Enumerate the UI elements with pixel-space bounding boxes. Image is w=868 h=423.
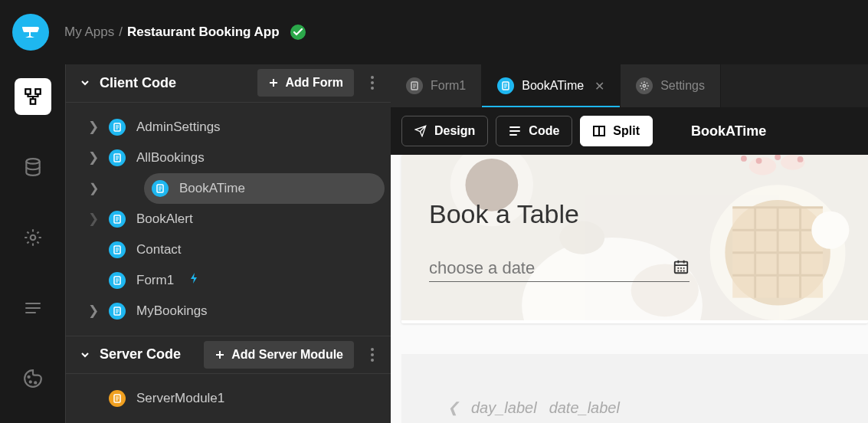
add-form-button[interactable]: Add Form: [257, 69, 354, 97]
view-toolbar: Design Code Split BookATime: [391, 107, 868, 155]
svg-point-10: [371, 87, 374, 90]
form-icon: [109, 119, 126, 136]
server-more-button[interactable]: [363, 348, 382, 362]
tab-bookatime[interactable]: BookATime ✕: [482, 64, 621, 107]
book-table-card[interactable]: Book a Table choose a date: [401, 155, 868, 323]
svg-point-20: [371, 359, 374, 362]
client-more-button[interactable]: [363, 76, 382, 90]
form-icon: [109, 149, 126, 166]
breadcrumb-prev[interactable]: My Apps: [64, 25, 114, 40]
tree-item-adminsettings[interactable]: ❯ AdminSettings: [66, 112, 391, 143]
chevron-left-icon[interactable]: ❮: [447, 399, 459, 416]
breadcrumb-separator: /: [119, 25, 123, 40]
svg-point-4: [30, 235, 35, 241]
add-server-label: Add Server Module: [231, 348, 343, 362]
day-label-placeholder[interactable]: day_label: [471, 399, 537, 417]
paper-plane-icon: [414, 125, 427, 137]
design-label: Design: [434, 124, 475, 138]
split-label: Split: [613, 124, 640, 138]
tree-item-form1[interactable]: Form1: [66, 265, 391, 296]
plus-icon: [215, 349, 225, 360]
chevron-down-icon[interactable]: [80, 77, 90, 88]
svg-point-8: [371, 76, 374, 79]
lines-icon: [23, 300, 43, 316]
add-form-label: Add Form: [285, 76, 343, 90]
chevron-right-icon: ❯: [89, 149, 98, 166]
tree-item-servermodule1[interactable]: ServerModule1: [66, 383, 391, 414]
svg-point-6: [29, 381, 31, 382]
form-icon: [109, 272, 126, 289]
breadcrumb: My Apps / Restaurant Booking App: [64, 25, 306, 40]
list-icon: [509, 126, 521, 136]
chevron-right-icon: ❯: [89, 119, 98, 135]
chevron-right-icon: ❯: [66, 181, 98, 195]
form-icon: [109, 303, 126, 320]
svg-rect-0: [25, 89, 31, 94]
svg-rect-2: [30, 99, 35, 104]
tree-item-bookatime[interactable]: BookATime: [144, 173, 385, 204]
module-icon: [109, 390, 126, 407]
nav-database[interactable]: [15, 149, 51, 185]
tree-item-bookalert[interactable]: ❯ BookAlert: [66, 204, 391, 234]
tree-item-label: MyBookings: [136, 303, 208, 319]
form-icon: [152, 180, 169, 197]
design-button[interactable]: Design: [401, 116, 488, 146]
svg-point-9: [371, 81, 374, 84]
svg-point-24: [643, 84, 646, 87]
code-sidebar: Client Code Add Form ❯ AdminSettings ❯ A…: [65, 64, 391, 423]
code-label: Code: [529, 124, 559, 138]
chevron-right-icon: ❯: [89, 303, 98, 319]
svg-point-7: [34, 382, 36, 383]
tree-item-label: ServerModule1: [136, 391, 224, 406]
close-icon[interactable]: ✕: [594, 79, 604, 93]
svg-point-5: [28, 376, 29, 378]
add-server-module-button[interactable]: Add Server Module: [204, 341, 354, 369]
tab-label: BookATime: [522, 79, 584, 93]
gear-icon: [23, 228, 43, 248]
gear-icon: [636, 77, 653, 94]
tree-item-contact[interactable]: Contact: [66, 234, 391, 265]
split-button[interactable]: Split: [580, 116, 653, 146]
chevron-down-icon[interactable]: [80, 349, 90, 360]
date-picker[interactable]: choose a date: [429, 258, 689, 282]
code-button[interactable]: Code: [496, 116, 572, 146]
anvil-logo[interactable]: [12, 14, 49, 51]
form-icon: [497, 77, 514, 94]
nav-settings[interactable]: [15, 219, 51, 256]
chevron-right-icon: ❯: [89, 211, 98, 227]
editor-area: Form1 BookATime ✕ Settings Design Code: [391, 64, 868, 423]
nav-logs[interactable]: [15, 290, 51, 326]
design-canvas[interactable]: Book a Table choose a date ❮ day_label d…: [391, 155, 868, 423]
calendar-icon[interactable]: [673, 258, 689, 278]
card-title[interactable]: Book a Table: [429, 199, 840, 229]
palette-icon: [23, 369, 43, 389]
tree-item-allbookings[interactable]: ❯ AllBookings: [66, 143, 391, 173]
tab-settings[interactable]: Settings: [621, 64, 721, 107]
tab-form1[interactable]: Form1: [391, 64, 482, 107]
tree-item-label: BookAlert: [136, 212, 193, 227]
database-icon: [23, 157, 43, 177]
tree-item-mybookings[interactable]: ❯ MyBookings: [66, 296, 391, 326]
nav-code-explorer[interactable]: [15, 78, 51, 115]
svg-point-19: [371, 353, 374, 356]
tree-item-label: Contact: [136, 242, 182, 257]
current-form-name: BookATime: [691, 123, 766, 139]
client-code-header: Client Code Add Form: [66, 64, 391, 103]
breadcrumb-current[interactable]: Restaurant Booking App: [127, 25, 280, 40]
status-ok-badge: [290, 25, 306, 40]
svg-point-3: [26, 159, 39, 164]
tree-item-label: BookATime: [179, 181, 245, 196]
check-icon: [293, 28, 303, 36]
server-code-title: Server Code: [100, 346, 195, 362]
svg-rect-1: [35, 89, 41, 94]
form-icon: [109, 211, 126, 228]
app-header: My Apps / Restaurant Booking App: [0, 0, 868, 64]
split-icon: [593, 126, 605, 136]
repeating-panel-row[interactable]: ❮ day_label date_label: [401, 354, 868, 423]
date-label-placeholder[interactable]: date_label: [549, 399, 620, 417]
nav-rail: [0, 64, 65, 423]
anvil-icon: [21, 25, 41, 39]
nav-theme[interactable]: [15, 360, 51, 397]
server-code-header: Server Code Add Server Module: [66, 336, 391, 374]
form-icon: [406, 77, 423, 94]
